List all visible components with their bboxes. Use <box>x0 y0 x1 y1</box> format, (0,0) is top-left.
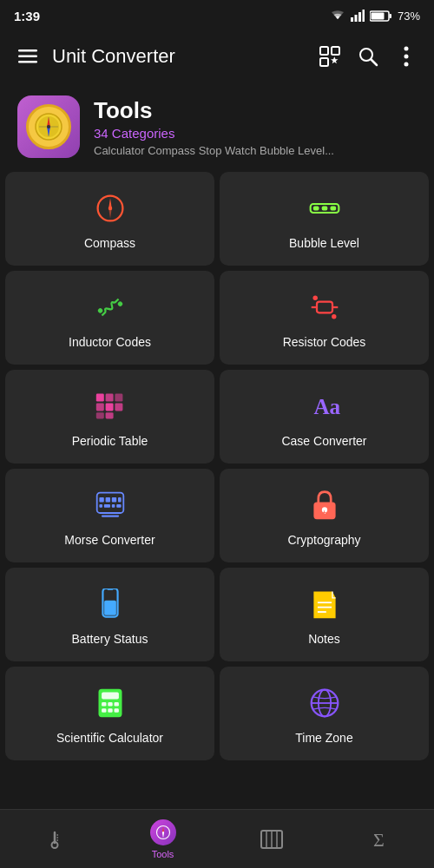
grid-item-notes[interactable]: Notes <box>220 568 429 661</box>
compass-label: Compass <box>84 236 135 250</box>
periodic-table-label: Periodic Table <box>72 434 148 448</box>
search-button[interactable] <box>351 39 385 74</box>
cryptography-icon: + <box>306 486 344 524</box>
svg-rect-45 <box>115 394 122 402</box>
grid-item-time-zone[interactable]: Time Zone <box>220 667 429 760</box>
grid-item-battery-status[interactable]: Battery Status <box>5 568 214 661</box>
svg-rect-10 <box>320 47 328 55</box>
svg-point-36 <box>96 307 103 314</box>
grid-star-button[interactable] <box>312 39 347 74</box>
svg-rect-57 <box>99 504 102 508</box>
resistor-codes-label: Resistor Codes <box>283 335 366 349</box>
more-button[interactable] <box>389 39 424 74</box>
menu-icon <box>18 49 37 63</box>
svg-rect-78 <box>108 708 112 713</box>
menu-button[interactable] <box>10 39 45 74</box>
compass-icon <box>91 189 129 227</box>
grid-item-morse-converter[interactable]: Morse Converter <box>5 469 214 562</box>
svg-rect-33 <box>330 207 336 211</box>
notes-label: Notes <box>308 632 340 646</box>
case-converter-icon: Aa <box>306 387 344 425</box>
svg-point-18 <box>404 62 409 67</box>
grid-item-scientific-calculator[interactable]: Scientific Calculator <box>5 667 214 760</box>
svg-rect-75 <box>108 702 112 707</box>
svg-rect-40 <box>317 302 332 313</box>
scientific-calculator-label: Scientific Calculator <box>56 731 163 745</box>
tools-grid: Compass Bubble Level Inductor Codes Resi… <box>0 172 434 760</box>
svg-text:Σ: Σ <box>373 829 385 850</box>
nav-item-tools[interactable]: Tools <box>108 810 217 868</box>
tools-icon-wrap <box>17 95 80 158</box>
wifi-icon <box>330 10 345 22</box>
grid-item-resistor-codes[interactable]: Resistor Codes <box>220 271 429 365</box>
svg-text:+: + <box>322 509 326 516</box>
svg-rect-67 <box>107 589 113 590</box>
grid-item-bubble-level[interactable]: Bubble Level <box>220 172 429 266</box>
svg-rect-53 <box>99 497 103 502</box>
scientific-calculator-icon <box>91 684 129 722</box>
svg-rect-7 <box>18 49 37 52</box>
nav-item-library[interactable] <box>217 810 326 868</box>
svg-rect-1 <box>354 15 357 22</box>
svg-point-25 <box>47 125 50 128</box>
nav-item-sum[interactable]: Σ <box>326 810 434 868</box>
tools-nav-icon <box>150 819 176 845</box>
svg-rect-2 <box>358 12 361 22</box>
status-time: 1:39 <box>14 9 40 23</box>
bubble-level-label: Bubble Level <box>289 236 359 250</box>
svg-rect-46 <box>95 403 103 411</box>
inductor-codes-icon <box>91 288 129 326</box>
header-title: Tools <box>94 97 334 124</box>
svg-point-29 <box>108 207 112 211</box>
header-text: Tools 34 Categories Calculator Compass S… <box>94 97 334 157</box>
cryptography-label: Cryptography <box>287 533 360 547</box>
tools-icon-inner <box>26 104 71 149</box>
app-bar-actions <box>312 39 424 74</box>
svg-rect-55 <box>111 497 115 502</box>
status-icons: 73% <box>330 10 420 23</box>
svg-rect-12 <box>320 58 328 66</box>
signal-icon <box>351 10 365 22</box>
svg-line-15 <box>372 60 378 66</box>
bubble-level-icon <box>306 189 344 227</box>
svg-rect-9 <box>18 61 37 63</box>
svg-point-42 <box>332 314 336 319</box>
compass-large-icon <box>34 112 63 141</box>
grid-item-compass[interactable]: Compass <box>5 172 214 266</box>
svg-rect-77 <box>102 708 106 713</box>
time-zone-label: Time Zone <box>295 731 352 745</box>
svg-rect-50 <box>105 412 113 418</box>
battery-level: 73% <box>398 10 420 23</box>
grid-item-cryptography[interactable]: + Cryptography <box>220 469 429 562</box>
svg-rect-43 <box>95 394 103 402</box>
morse-converter-icon <box>91 486 129 524</box>
nav-item-temperature[interactable] <box>0 810 108 868</box>
svg-rect-0 <box>351 17 353 22</box>
svg-point-41 <box>312 296 317 300</box>
svg-rect-5 <box>389 14 391 18</box>
svg-point-37 <box>116 300 123 307</box>
svg-text:Aa: Aa <box>313 395 340 418</box>
svg-rect-60 <box>116 504 121 508</box>
svg-rect-74 <box>102 702 106 707</box>
svg-rect-31 <box>312 207 319 211</box>
svg-rect-56 <box>118 497 122 502</box>
grid-item-inductor-codes[interactable]: Inductor Codes <box>5 271 214 365</box>
sigma-icon: Σ <box>370 829 391 850</box>
periodic-table-icon <box>91 387 129 425</box>
grid-star-icon <box>319 45 341 68</box>
bottom-nav: Tools Σ <box>0 809 434 868</box>
library-icon <box>260 830 283 849</box>
more-icon <box>404 46 409 67</box>
svg-rect-52 <box>96 493 123 513</box>
thermometer-icon <box>44 829 65 850</box>
header-card: Tools 34 Categories Calculator Compass S… <box>0 82 434 172</box>
grid-item-case-converter[interactable]: Aa Case Converter <box>220 370 429 464</box>
time-zone-icon <box>306 684 344 722</box>
svg-rect-49 <box>95 412 103 418</box>
svg-rect-11 <box>332 47 339 55</box>
grid-item-periodic-table[interactable]: Periodic Table <box>5 370 214 464</box>
svg-rect-48 <box>115 403 122 411</box>
svg-rect-79 <box>114 708 118 713</box>
nav-label-tools: Tools <box>152 849 174 859</box>
